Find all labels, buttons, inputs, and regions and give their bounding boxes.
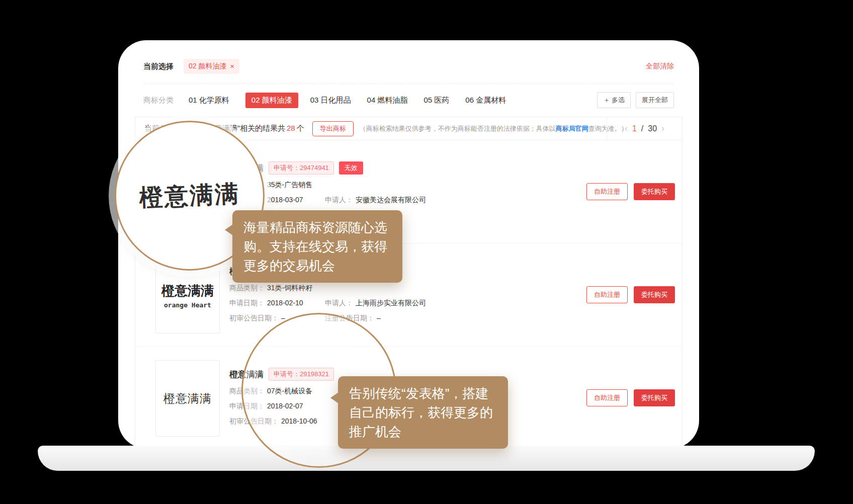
app-no-value: 29474941 [300,164,329,172]
expand-all-button[interactable]: 展开全部 [636,92,674,108]
entrust-buy-button[interactable]: 委托购买 [634,183,675,200]
current-page: 1 [632,124,637,133]
thumbnail-mark-text: 橙意满满 [163,391,212,406]
entrust-buy-button[interactable]: 委托购买 [634,389,675,406]
apply-date-value: 2018-03-07 [267,196,303,204]
multi-select-button[interactable]: ＋ 多选 [597,92,631,108]
callout-line: 自己的标行，获得更多的 [349,403,497,422]
callout-line: 更多的交易机会 [243,256,391,275]
goods-value: 35类-广告销售 [267,181,312,190]
goods-field: 商品类别：31类-饲料种籽 [229,284,325,293]
prev-page-icon[interactable]: ‹ [625,123,628,134]
apply-date-value: 2018-02-10 [267,299,303,307]
row-actions: 自助注册 委托购买 [586,183,675,200]
applicant-value: 上海雨步实业有限公司 [356,299,426,307]
laptop-base [38,446,815,471]
category-actions: ＋ 多选 展开全部 [597,92,674,108]
zoomed-trademark-text: 橙意满满 [139,178,241,214]
self-register-button[interactable]: 自助注册 [586,286,628,303]
category-item-06[interactable]: 06 金属材料 [465,96,506,105]
first-announce-label: 初审公告日期： [229,314,279,323]
category-row-label: 商标分类 [143,96,174,105]
thumbnail-mark-text: 橙意满满 [161,282,214,300]
goods-label: 商品类别： [229,284,265,293]
total-pages: 30 [648,124,657,133]
callout-line: 购。支持在线交易，获得 [243,237,391,256]
applicant-label: 申请人： [325,196,353,204]
category-item-01[interactable]: 01 化学原料 [189,96,229,105]
trademark-office-link[interactable]: 商标局官网 [556,125,588,132]
thumbnail-mark-subtext: orange Heart [164,301,211,309]
callout-line: 告别传统“发表格”，搭建 [349,384,497,403]
goods-value: 31类-饲料种籽 [267,284,312,293]
selected-filter-tag[interactable]: 02 颜料油漆 × [184,59,239,74]
callout-line: 海量精品商标资源随心选 [243,218,391,237]
trademark-thumbnail: 橙意满满 [155,360,220,437]
marketing-canvas: 当前选择 02 颜料油漆 × 全部清除 商标分类 01 化学原料 02 颜料油漆… [0,0,853,504]
page-separator: / [641,124,643,133]
disclaimer-note: （商标检索结果仅供参考，不作为商标能否注册的法律依据；具体以商标局官网查询为准。… [360,124,628,133]
selected-filter-tag-text: 02 颜料油漆 [189,62,226,71]
callout-line: 推广机会 [349,422,497,441]
close-icon[interactable]: × [230,62,234,70]
row-actions: 自助注册 委托购买 [586,286,675,303]
applicant-field: 申请人：上海雨步实业有限公司 [325,299,426,308]
apply-date-label: 申请日期： [229,299,265,308]
clear-all-button[interactable]: 全部清除 [646,62,674,71]
category-item-02-selected[interactable]: 02 颜料油漆 [245,93,298,108]
category-item-05[interactable]: 05 医药 [423,96,449,105]
self-register-button[interactable]: 自助注册 [586,183,628,200]
results-count: 28 [287,124,295,132]
app-no-label: 申请号： [274,164,300,172]
status-badge: 无效 [339,161,363,175]
applicant-value: 安徽美达会展有限公司 [356,196,426,204]
reg-announce-value: – [377,314,381,322]
disclaimer-pre: （商标检索结果仅供参考，不作为商标能否注册的法律依据；具体以 [360,125,556,132]
next-page-icon[interactable]: › [661,123,664,134]
application-number-badge: 申请号：29474941 [269,161,334,175]
export-trademark-button[interactable]: 导出商标 [312,121,354,136]
category-item-03[interactable]: 03 日化用品 [310,96,351,105]
category-item-04[interactable]: 04 燃料油脂 [367,96,408,105]
current-selection-bar: 当前选择 02 颜料油漆 × 全部清除 [143,57,674,75]
self-register-button[interactable]: 自助注册 [586,389,628,406]
current-selection-label: 当前选择 [143,62,174,71]
row-actions: 自助注册 委托购买 [586,389,675,406]
dashed-divider [143,83,674,84]
applicant-field: 申请人：安徽美达会展有限公司 [325,196,426,205]
apply-date-field: 申请日期：2018-02-10 [229,299,325,308]
applicant-label: 申请人： [325,299,353,307]
entrust-buy-button[interactable]: 委托购买 [634,286,675,303]
category-filter-row: 商标分类 01 化学原料 02 颜料油漆 03 日化用品 04 燃料油脂 05 … [143,90,674,111]
callout-bubble-marketplace: 海量精品商标资源随心选 购。支持在线交易，获得 更多的交易机会 [232,210,402,283]
callout-bubble-promotion: 告别传统“发表格”，搭建 自己的标行，获得更多的 推广机会 [338,376,508,449]
summary-suffix: 个 [297,124,304,132]
pagination: ‹ 1 / 30 › [607,117,682,140]
